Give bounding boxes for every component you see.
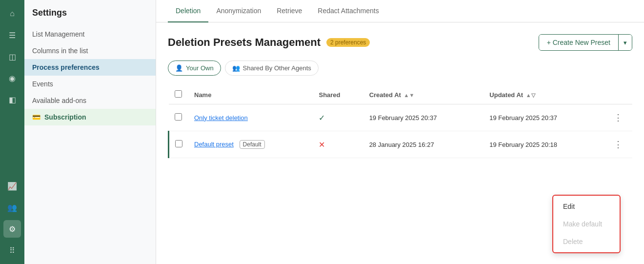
- row1-preset-link[interactable]: Only ticket deletion: [194, 114, 248, 122]
- actions-dropdown-menu: Edit Make default Delete: [552, 195, 621, 253]
- sidebar-item-process-preferences[interactable]: Process preferences: [24, 59, 156, 76]
- header-checkbox-col: [169, 85, 189, 104]
- presets-table: Name Shared Created At ▲▼ Updated At ▲▽: [168, 85, 632, 158]
- sidebar-item-label: Events: [32, 80, 53, 88]
- default-badge: Default: [240, 140, 265, 149]
- tab-bar: Deletion Anonymization Retrieve Redact A…: [156, 0, 644, 22]
- tab-anonymization[interactable]: Anonymization: [208, 0, 269, 22]
- preferences-badge: 2 preferences: [326, 38, 370, 47]
- row2-created-cell: 28 January 2025 16:27: [363, 131, 484, 158]
- page-title: Deletion Presets Management: [168, 36, 321, 49]
- table-row: Only ticket deletion ✓ 19 February 2025 …: [169, 104, 633, 131]
- sidebar-item-label: Subscription: [44, 113, 86, 121]
- tab-deletion[interactable]: Deletion: [168, 0, 208, 22]
- table-row: Default preset Default ✕ 28 January 2025…: [169, 131, 633, 158]
- row1-checkbox-cell: [169, 104, 189, 131]
- header-actions: [604, 85, 632, 104]
- home-icon[interactable]: ⌂: [3, 5, 21, 22]
- row1-checkbox[interactable]: [175, 113, 182, 121]
- dropdown-delete[interactable]: Delete: [553, 233, 620, 250]
- row2-name-cell: Default preset Default: [188, 131, 313, 158]
- row1-actions-button[interactable]: ⋮: [610, 110, 626, 125]
- icon-nav: ⌂ ☰ ◫ ◉ ◧ 📈 👥 ⚙ ⠿: [0, 0, 24, 264]
- row2-actions-button[interactable]: ⋮: [610, 137, 626, 152]
- apps-icon[interactable]: ⠿: [3, 242, 21, 259]
- filter-tab-label: Shared By Other Agents: [243, 64, 311, 72]
- analytics-icon[interactable]: 📈: [3, 177, 21, 195]
- sidebar-item-columns[interactable]: Columns in the list: [24, 42, 156, 59]
- create-preset-button[interactable]: + Create New Preset: [539, 35, 618, 50]
- users-icon: 👥: [232, 64, 240, 72]
- title-group: Deletion Presets Management 2 preference…: [168, 36, 370, 49]
- shared-check-icon: ✓: [319, 114, 325, 122]
- inbox-icon[interactable]: ◫: [3, 48, 21, 65]
- row1-actions-cell: ⋮: [604, 104, 632, 131]
- header-shared: Shared: [313, 85, 363, 104]
- sidebar-title: Settings: [24, 8, 156, 26]
- reports-icon[interactable]: ◧: [3, 91, 21, 108]
- teams-icon[interactable]: 👥: [3, 199, 21, 216]
- row2-preset-link[interactable]: Default preset: [194, 141, 234, 148]
- subscription-icon: 💳: [32, 113, 40, 121]
- contacts-icon[interactable]: ◉: [3, 69, 21, 87]
- menu-icon[interactable]: ☰: [3, 26, 21, 44]
- row1-updated-cell: 19 February 2025 20:37: [483, 104, 604, 131]
- sidebar-item-label: Available add-ons: [32, 97, 86, 104]
- row2-checkbox[interactable]: [175, 140, 182, 147]
- dropdown-make-default[interactable]: Make default: [553, 215, 620, 233]
- sidebar-item-label: List Management: [32, 30, 84, 38]
- sidebar-item-events[interactable]: Events: [24, 76, 156, 92]
- select-all-checkbox[interactable]: [175, 90, 182, 98]
- content-header: Deletion Presets Management 2 preference…: [168, 34, 632, 51]
- header-name: Name: [188, 85, 313, 104]
- sidebar-item-label: Columns in the list: [32, 47, 88, 55]
- sidebar: Settings List Management Columns in the …: [24, 0, 156, 264]
- create-preset-dropdown-button[interactable]: ▾: [618, 35, 632, 50]
- create-button-group: + Create New Preset ▾: [539, 34, 632, 51]
- filter-tab-label: Your Own: [186, 64, 214, 72]
- table-header-row: Name Shared Created At ▲▼ Updated At ▲▽: [169, 85, 633, 104]
- row1-shared-cell: ✓: [313, 104, 363, 131]
- tab-redact-attachments[interactable]: Redact Attachments: [310, 0, 386, 22]
- dropdown-edit[interactable]: Edit: [553, 198, 620, 215]
- row2-shared-cell: ✕: [313, 131, 363, 158]
- sidebar-item-subscription[interactable]: 💳 Subscription: [24, 109, 156, 125]
- chevron-down-icon: ▾: [624, 39, 627, 46]
- header-updated-at[interactable]: Updated At ▲▽: [483, 85, 604, 104]
- filter-tab-shared-other[interactable]: 👥 Shared By Other Agents: [225, 61, 319, 76]
- user-icon: 👤: [175, 64, 183, 72]
- filter-tab-your-own[interactable]: 👤 Your Own: [168, 61, 221, 76]
- shared-cross-icon: ✕: [319, 141, 325, 149]
- filter-tabs: 👤 Your Own 👥 Shared By Other Agents: [168, 61, 632, 76]
- row1-name-cell: Only ticket deletion: [188, 104, 313, 131]
- row2-checkbox-cell: [169, 131, 189, 158]
- tab-retrieve[interactable]: Retrieve: [269, 0, 310, 22]
- row1-created-cell: 19 February 2025 20:37: [363, 104, 484, 131]
- row2-updated-cell: 19 February 2025 20:18: [483, 131, 604, 158]
- header-created-at[interactable]: Created At ▲▼: [363, 85, 484, 104]
- sidebar-item-label: Process preferences: [32, 63, 100, 71]
- main-content: Deletion Anonymization Retrieve Redact A…: [156, 0, 644, 264]
- sort-arrows-updated: ▲▽: [526, 92, 535, 98]
- settings-icon[interactable]: ⚙: [3, 220, 21, 238]
- row2-actions-cell: ⋮: [604, 131, 632, 158]
- sidebar-item-addons[interactable]: Available add-ons: [24, 92, 156, 109]
- sidebar-item-list-management[interactable]: List Management: [24, 26, 156, 42]
- page-content: Deletion Presets Management 2 preference…: [156, 22, 644, 264]
- sort-arrows-created: ▲▼: [404, 92, 415, 98]
- table-container: Name Shared Created At ▲▼ Updated At ▲▽: [168, 85, 632, 158]
